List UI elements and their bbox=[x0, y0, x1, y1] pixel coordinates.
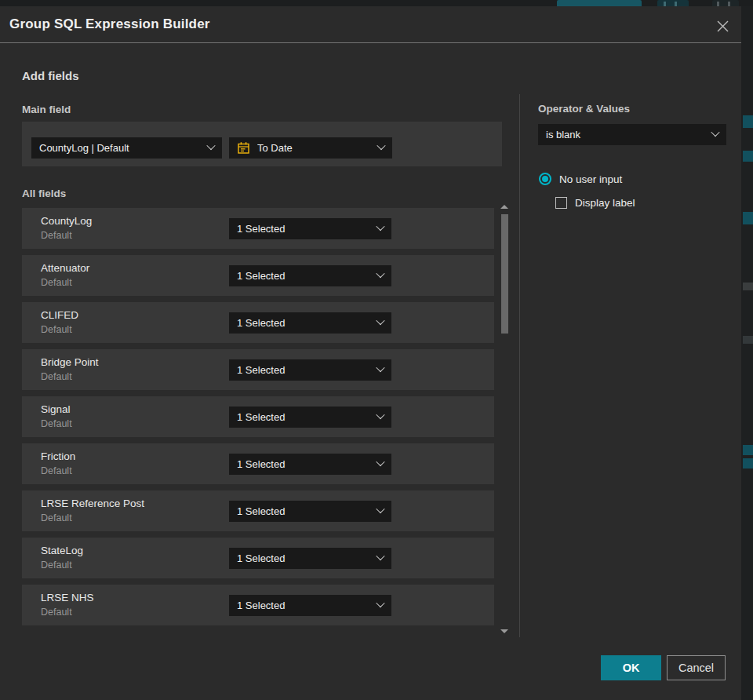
field-selection-dropdown[interactable]: 1 Selected bbox=[229, 501, 391, 522]
screen: Live view Group SQL Expression Builder bbox=[0, 0, 753, 700]
main-field-type-select[interactable]: To Date bbox=[229, 137, 392, 159]
chevron-down-icon bbox=[711, 128, 719, 137]
field-selection-dropdown[interactable]: 1 Selected bbox=[229, 595, 391, 616]
field-sublabel: Default bbox=[41, 324, 72, 335]
group-sql-expression-builder-dialog: Group SQL Expression Builder Add fields … bbox=[0, 6, 741, 700]
no-user-input-radio[interactable]: No user input bbox=[539, 173, 622, 185]
chevron-down-icon bbox=[376, 141, 385, 150]
main-field-type-value: To Date bbox=[257, 142, 372, 154]
field-sublabel: Default bbox=[41, 512, 72, 523]
field-selection-dropdown[interactable]: 1 Selected bbox=[229, 548, 391, 569]
field-row-bridge-point: Bridge Point Default 1 Selected bbox=[22, 349, 494, 390]
add-fields-heading: Add fields bbox=[22, 69, 79, 82]
background-app-strip: Live view bbox=[0, 0, 753, 6]
selection-count: 1 Selected bbox=[237, 552, 371, 564]
scrollbar-thumb[interactable] bbox=[501, 214, 508, 334]
dialog-header: Group SQL Expression Builder bbox=[0, 6, 741, 43]
field-row-clifed: CLIFED Default 1 Selected bbox=[22, 302, 494, 343]
field-row-lrse-reference-post: LRSE Reference Post Default 1 Selected bbox=[22, 490, 494, 531]
calendar-date-icon bbox=[237, 141, 250, 155]
ok-button[interactable]: OK bbox=[601, 655, 661, 680]
field-name: CLIFED bbox=[41, 309, 78, 321]
chevron-down-icon bbox=[376, 552, 384, 560]
chevron-down-icon bbox=[376, 363, 384, 372]
background-toolbar-icon bbox=[712, 0, 739, 6]
field-name: Friction bbox=[41, 450, 75, 462]
field-name: StateLog bbox=[41, 545, 83, 556]
selection-count: 1 Selected bbox=[237, 317, 371, 329]
close-icon[interactable] bbox=[711, 17, 733, 35]
chevron-down-icon bbox=[376, 269, 384, 278]
field-sublabel: Default bbox=[41, 418, 72, 429]
selection-count: 1 Selected bbox=[237, 458, 371, 470]
field-name: LRSE NHS bbox=[41, 592, 94, 603]
all-fields-label: All fields bbox=[22, 188, 66, 199]
main-field-label: Main field bbox=[22, 104, 71, 115]
field-row-lrse-nhs: LRSE NHS Default 1 Selected bbox=[22, 585, 494, 625]
field-selection-dropdown[interactable]: 1 Selected bbox=[229, 265, 391, 286]
operator-select[interactable]: is blank bbox=[538, 124, 726, 145]
chevron-down-icon bbox=[376, 505, 384, 513]
main-field-container: CountyLog | Default To Date bbox=[22, 122, 502, 166]
field-selection-dropdown[interactable]: 1 Selected bbox=[229, 218, 391, 239]
field-row-signal: Signal Default 1 Selected bbox=[22, 396, 494, 437]
field-sublabel: Default bbox=[41, 277, 72, 288]
selection-count: 1 Selected bbox=[237, 600, 371, 611]
chevron-down-icon bbox=[376, 458, 384, 466]
main-field-select[interactable]: CountyLog | Default bbox=[31, 137, 222, 159]
field-sublabel: Default bbox=[41, 607, 72, 618]
selection-count: 1 Selected bbox=[237, 270, 371, 282]
selection-count: 1 Selected bbox=[237, 223, 371, 235]
chevron-down-icon bbox=[206, 141, 215, 150]
no-user-input-label: No user input bbox=[559, 173, 622, 185]
scrollbar-down-arrow[interactable] bbox=[500, 629, 508, 633]
selection-count: 1 Selected bbox=[237, 411, 371, 423]
selection-count: 1 Selected bbox=[237, 505, 371, 517]
field-row-attenuator: Attenuator Default 1 Selected bbox=[22, 255, 494, 296]
panel-divider bbox=[519, 94, 520, 637]
field-row-friction: Friction Default 1 Selected bbox=[22, 443, 494, 484]
chevron-down-icon bbox=[376, 222, 384, 231]
display-label-text: Display label bbox=[575, 197, 635, 209]
field-sublabel: Default bbox=[41, 371, 72, 382]
dialog-title: Group SQL Expression Builder bbox=[9, 16, 210, 32]
field-selection-dropdown[interactable]: 1 Selected bbox=[229, 407, 391, 428]
chevron-down-icon bbox=[376, 599, 384, 607]
field-row-countylog: CountyLog Default 1 Selected bbox=[22, 208, 494, 249]
main-field-select-value: CountyLog | Default bbox=[39, 142, 202, 154]
field-sublabel: Default bbox=[41, 465, 72, 476]
cancel-button[interactable]: Cancel bbox=[667, 655, 726, 680]
operator-values-label: Operator & Values bbox=[538, 103, 630, 115]
radio-selected-icon bbox=[539, 173, 551, 185]
field-name: Bridge Point bbox=[41, 356, 99, 368]
field-name: Attenuator bbox=[41, 262, 89, 274]
field-selection-dropdown[interactable]: 1 Selected bbox=[229, 454, 391, 475]
field-sublabel: Default bbox=[41, 230, 72, 241]
scrollbar-up-arrow[interactable] bbox=[500, 205, 508, 209]
field-selection-dropdown[interactable]: 1 Selected bbox=[229, 359, 391, 381]
field-name: Signal bbox=[41, 403, 71, 415]
field-name: LRSE Reference Post bbox=[41, 498, 144, 509]
chevron-down-icon bbox=[376, 410, 384, 419]
live-view-button[interactable]: Live view bbox=[557, 0, 642, 6]
selection-count: 1 Selected bbox=[237, 364, 371, 376]
background-toolbar-icon bbox=[657, 0, 689, 6]
field-row-statelog: StateLog Default 1 Selected bbox=[22, 538, 494, 578]
field-name: CountyLog bbox=[41, 215, 92, 227]
field-sublabel: Default bbox=[41, 560, 72, 571]
chevron-down-icon bbox=[376, 316, 384, 325]
operator-value: is blank bbox=[546, 129, 706, 140]
background-app-sliver bbox=[741, 6, 753, 700]
display-label-checkbox[interactable]: Display label bbox=[555, 197, 635, 209]
checkbox-unchecked-icon bbox=[555, 197, 567, 209]
field-selection-dropdown[interactable]: 1 Selected bbox=[229, 312, 391, 334]
